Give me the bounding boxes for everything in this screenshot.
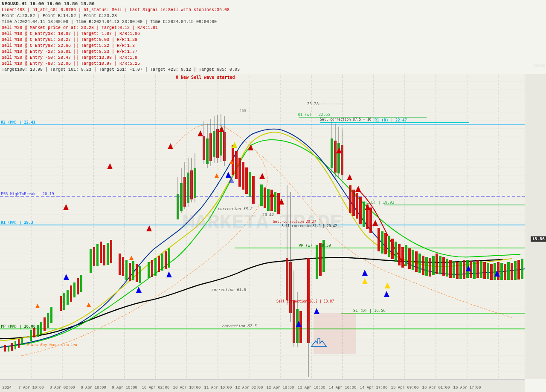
time-label: 8 Apr 02:00: [49, 386, 75, 390]
time-label: 9 Apr 10:00: [112, 386, 137, 390]
svg-rect-55: [119, 254, 121, 275]
time-label: 10 Apr 18:00: [173, 386, 201, 390]
info-line-11: Target100: 13.98 | Target 161: 8.23 | Ta…: [2, 67, 544, 73]
svg-rect-143: [398, 244, 401, 265]
chart-title: NEOUSD.H1 19.00 19.06 18.86 18.86: [2, 1, 544, 7]
svg-rect-148: [415, 251, 418, 272]
svg-rect-158: [449, 260, 452, 278]
svg-rect-176: [511, 263, 513, 280]
time-label: 7 Apr 10:00: [18, 386, 44, 390]
time-label: 11 Apr 10:00: [204, 386, 232, 390]
time-label: 15 Apr 09:00: [391, 386, 419, 390]
svg-rect-62: [148, 262, 150, 278]
svg-rect-157: [446, 259, 448, 277]
svg-rect-53: [107, 243, 109, 265]
info-line-10: Sell %10 @ Entry -88: 32.06 || Target:10…: [2, 61, 544, 67]
svg-rect-171: [494, 263, 496, 280]
svg-text:100: 100: [240, 109, 246, 113]
svg-rect-33: [21, 338, 23, 345]
svg-rect-150: [422, 256, 424, 275]
svg-text:S1 (D) | 16.56: S1 (D) | 16.56: [353, 308, 386, 313]
svg-rect-68: [168, 248, 170, 268]
time-label: 10 Apr 02:00: [142, 386, 170, 390]
info-line-1: Liner1483 | h1_atr_c0: 0.8786 | h1_statu…: [2, 7, 544, 13]
svg-rect-103: [264, 187, 266, 208]
svg-rect-166: [476, 260, 479, 278]
svg-rect-130: [349, 185, 351, 213]
svg-rect-137: [378, 228, 380, 251]
svg-rect-99: [245, 167, 248, 194]
info-line-7: Sell %10 @ C_Entry88: 22.66 || Target:5.…: [2, 43, 544, 49]
info-line-5: Sell %10 @ C_Entry38: 18.07 || Target:-1…: [2, 31, 544, 37]
svg-rect-48: [90, 249, 92, 273]
time-label: 16 Apr 01:00: [422, 386, 450, 390]
svg-rect-161: [459, 261, 462, 279]
svg-rect-138: [381, 231, 383, 254]
svg-rect-152: [429, 258, 431, 277]
svg-rect-50: [96, 244, 99, 266]
svg-text:Sell-correction 20.27: Sell-correction 20.27: [273, 220, 316, 224]
new-buy-wave-label: 0 New Buy Wave started: [26, 343, 77, 347]
svg-rect-42: [63, 293, 65, 310]
price-scale: 18.86 24.25 24.0 23.75 23.27 23.5 23.25 …: [525, 66, 546, 379]
svg-rect-95: [232, 145, 234, 175]
svg-rect-179: [521, 259, 523, 279]
svg-rect-49: [93, 247, 95, 266]
svg-rect-38: [44, 317, 46, 331]
svg-rect-141: [391, 239, 394, 259]
svg-rect-132: [356, 193, 358, 219]
svg-rect-104: [267, 189, 270, 211]
svg-rect-101: [252, 176, 255, 204]
time-axis: 7 Apr 2024 7 Apr 10:00 8 Apr 02:00 8 Apr…: [0, 379, 525, 392]
time-label: 12 Apr 02:00: [235, 386, 263, 390]
chart-container: NEOUSD.H1 19.00 19.06 18.86 18.86 Liner1…: [0, 0, 546, 392]
time-label: 7 Apr 2024: [0, 386, 12, 390]
svg-rect-165: [473, 262, 476, 279]
svg-text:0 New Sell wave started: 0 New Sell wave started: [176, 75, 235, 80]
svg-rect-160: [456, 262, 459, 279]
svg-rect-59: [132, 261, 134, 280]
svg-rect-162: [463, 260, 465, 279]
svg-rect-56: [122, 257, 124, 276]
svg-rect-153: [432, 256, 435, 275]
svg-text:FSB-HighToBreak | 20.19: FSB-HighToBreak | 20.19: [1, 192, 54, 196]
svg-rect-47: [80, 275, 82, 292]
time-label: 14 Apr 17:00: [360, 386, 388, 390]
svg-rect-52: [103, 245, 105, 265]
svg-rect-170: [490, 264, 493, 280]
svg-rect-28: [4, 345, 6, 352]
svg-rect-151: [425, 257, 428, 276]
svg-rect-100: [249, 172, 251, 197]
current-price-badge: 18.86: [531, 236, 546, 242]
svg-rect-31: [15, 341, 16, 349]
chart-area: MARKETA TRADE: [0, 66, 525, 379]
svg-rect-32: [18, 339, 20, 348]
svg-rect-173: [500, 263, 503, 280]
svg-rect-136: [369, 208, 372, 233]
svg-rect-98: [242, 162, 244, 190]
info-line-2: Point A:23.82 | Point B:14.52 | Point C:…: [2, 13, 544, 19]
svg-text:correction 87.5: correction 87.5: [222, 324, 257, 328]
time-label: 13 Apr 10:00: [298, 386, 325, 390]
svg-text:R1(D) | 19.92: R1(D) | 19.92: [364, 200, 394, 205]
svg-text:20.42: 20.42: [262, 213, 274, 217]
svg-rect-131: [352, 190, 355, 216]
svg-text:PP (w) | 18.59: PP (w) | 18.59: [299, 243, 331, 248]
svg-rect-64: [154, 258, 157, 276]
svg-rect-149: [418, 254, 421, 273]
svg-rect-35: [33, 328, 35, 337]
svg-rect-159: [453, 261, 455, 278]
svg-rect-156: [442, 257, 445, 276]
svg-rect-142: [395, 242, 397, 262]
svg-text:PP (MN) | 16.06: PP (MN) | 16.06: [1, 324, 35, 329]
svg-rect-63: [151, 260, 153, 277]
svg-rect-180: [314, 313, 356, 354]
svg-text:Sell correction 87.5 ≈ 16: Sell correction 87.5 ≈ 16: [320, 118, 372, 121]
svg-text:correction 38.2: correction 38.2: [218, 207, 253, 211]
svg-text:Sell-correction87.5 | 20.42: Sell-correction87.5 | 20.42: [282, 224, 337, 228]
time-label: 14 Apr 10:00: [329, 386, 357, 390]
svg-rect-58: [129, 263, 131, 281]
svg-rect-178: [517, 260, 520, 280]
svg-text:R1 (MN) | 19.3: R1 (MN) | 19.3: [1, 220, 33, 225]
info-line-8: Sell %10 @ Entry -23: 26.01 || Target:8.…: [2, 49, 544, 55]
